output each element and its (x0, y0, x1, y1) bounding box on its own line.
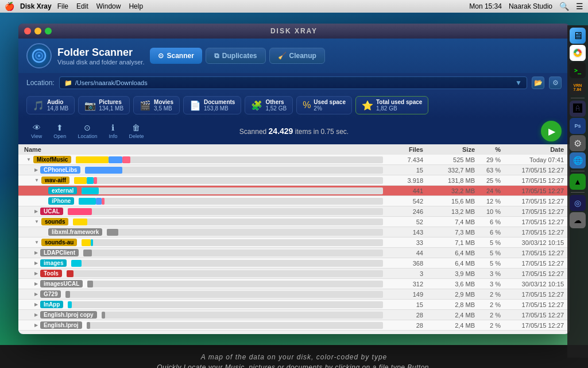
movies-stat[interactable]: 🎬 Movies 3,5 MB (133, 96, 180, 114)
total-stat[interactable]: ⭐ Total used space 1,82 GB (355, 96, 428, 114)
scanner-button[interactable]: ⊙ Scanner (150, 48, 202, 64)
menu-help[interactable]: Help (129, 2, 143, 10)
used-space-stat[interactable]: % Used space 2% (296, 96, 352, 114)
files-count: 368 (383, 260, 423, 267)
files-count: 246 (383, 208, 423, 215)
scanner-icon: ⊙ (158, 52, 164, 60)
file-bar-container (83, 250, 383, 256)
location-dropdown-arrow[interactable]: ▼ (515, 79, 522, 87)
app-store-icon[interactable]: 🅰 (570, 101, 586, 117)
scan-count: 24.429 (269, 126, 293, 136)
expand-arrow: ▶ (34, 209, 38, 214)
folder-label: external (48, 187, 77, 194)
table-row[interactable]: ▶ libxml.framework 143 7,3 MB 6 % 17/05/… (18, 227, 570, 237)
menu-edit[interactable]: Edit (76, 2, 88, 10)
folder-label: G729 (40, 290, 61, 298)
table-row[interactable]: ▶ Tools 3 3,9 MB 3 % 17/05/15 12:27 (18, 269, 570, 279)
list-icon[interactable]: ☰ (576, 2, 583, 11)
table-row[interactable]: ▶ UCAL 246 13,2 MB 10 % 17/05/15 12:27 (18, 206, 570, 217)
folder-label: sounds (41, 218, 69, 225)
location-path: /Users/naarak/Downloads (75, 79, 148, 86)
desktop: DISK XRAY Folder Scanner Visual disk and… (0, 13, 588, 345)
chrome-icon[interactable] (570, 45, 586, 61)
maximize-button[interactable] (45, 28, 52, 34)
table-row[interactable]: ▶ InApp 15 2,8 MB 2 % 17/05/15 12:27 (18, 300, 570, 310)
quicksilver-icon[interactable]: ◎ (570, 195, 586, 211)
drive-icon[interactable]: ▲ (570, 174, 586, 190)
table-row[interactable]: ▶ LDAPClient 44 6,4 MB 5 % 17/05/15 12:2… (18, 248, 570, 258)
table-row[interactable]: ▼ sounds 52 7,4 MB 6 % 17/05/15 12:27 (18, 217, 570, 227)
file-bar-container (76, 156, 383, 163)
audio-stat[interactable]: 🎵 Audio 14,8 MB (26, 96, 75, 114)
browse-button[interactable]: 📂 (532, 76, 544, 89)
file-bar-container (73, 218, 383, 225)
table-row[interactable]: ▶ G729 149 2,9 MB 2 % 17/05/15 12:27 (18, 289, 570, 300)
movies-label: Movies (154, 99, 173, 105)
files-count: 441 (383, 187, 423, 194)
stats-bar: 🎵 Audio 14,8 MB 📷 Pictures 134,1 MB 🎬 Mo… (18, 93, 570, 118)
play-button[interactable]: ▶ (541, 121, 562, 141)
table-row[interactable]: ▶ iPhone 542 15,6 MB 12 % 17/05/15 12:27 (18, 196, 570, 206)
file-name-cell: ▶ English.lproj (24, 321, 383, 329)
table-row[interactable]: ▶ English.lproj copy 28 2,4 MB 2 % 17/05… (18, 310, 570, 320)
file-pct: 5 % (475, 250, 501, 256)
delete-button[interactable]: 🗑 Delete (124, 121, 148, 141)
menu-file[interactable]: File (57, 2, 68, 10)
file-list-body[interactable]: ▼ MixofMusic 7.434 525 MB 29 % Today 07:… (18, 155, 570, 334)
table-row[interactable]: ▼ wav-aiff 3.918 131,8 MB 25 % 17/05/15 … (18, 175, 570, 186)
table-row[interactable]: ▶ images 368 6,4 MB 5 % 17/05/15 12:27 (18, 258, 570, 269)
table-row[interactable]: ▶ external 441 32,2 MB 24 % 17/05/15 12:… (18, 186, 570, 196)
table-row[interactable]: ▶ CPhoneLibs 15 332,7 MB 63 % 17/05/15 1… (18, 165, 570, 175)
cleanup-button[interactable]: 🧹 Cleanup (269, 48, 325, 64)
apple-menu[interactable]: 🍎 (5, 2, 14, 11)
menu-bar-right: Mon 15:34 Naarak Studio 🔍 ☰ (469, 2, 583, 11)
expand-arrow: ▶ (34, 260, 38, 266)
file-name-cell: ▶ G729 (24, 290, 383, 298)
table-row[interactable]: ▼ MixofMusic 7.434 525 MB 29 % Today 07:… (18, 155, 570, 165)
others-stat[interactable]: 🧩 Others 1,52 GB (245, 96, 293, 114)
location-button[interactable]: ⊙ Location (73, 121, 102, 141)
pictures-label: Pictures (99, 99, 123, 105)
table-row[interactable]: ▼ sounds-au 33 7,1 MB 5 % 30/03/12 10:15 (18, 237, 570, 248)
scan-status: Scanned 24.429 items in 0.75 sec. (239, 126, 349, 136)
terminal-icon[interactable]: >_ (570, 62, 586, 78)
file-date: 17/05/15 12:27 (501, 218, 564, 225)
menu-bar: 🍎 Disk Xray File Edit Window Help Mon 15… (0, 0, 588, 13)
files-count: 52 (383, 218, 423, 225)
photoshop-icon[interactable]: Ps (570, 118, 586, 134)
version-icon[interactable]: VRN7.84 (570, 79, 586, 95)
file-size: 3,9 MB (423, 270, 475, 277)
table-row[interactable]: ▶ English.lproj 28 2,4 MB 2 % 17/05/15 1… (18, 320, 570, 331)
header-size: Size (423, 146, 475, 153)
file-bar-container (87, 322, 383, 329)
others-label: Others (265, 99, 287, 105)
minimize-button[interactable] (34, 28, 41, 34)
others-text: Others 1,52 GB (265, 99, 287, 112)
location-input[interactable]: 📁 /Users/naarak/Downloads ▼ (59, 76, 527, 89)
pictures-stat[interactable]: 📷 Pictures 134,1 MB (78, 96, 130, 114)
documents-stat[interactable]: 📄 Documents 153,8 MB (183, 96, 241, 114)
menu-bar-time: Mon 15:34 (469, 2, 502, 10)
menu-window[interactable]: Window (96, 2, 121, 10)
info-button[interactable]: ℹ Info (104, 121, 122, 141)
audio-value: 14,8 MB (47, 105, 68, 112)
file-pct: 2 % (475, 312, 501, 319)
file-name-cell: ▶ English.lproj copy (24, 311, 383, 319)
table-row[interactable]: ▶ imagesUCAL 312 3,6 MB 3 % 30/03/12 10:… (18, 279, 570, 289)
view-button[interactable]: 👁 View (26, 121, 47, 141)
search-icon[interactable]: 🔍 (559, 2, 569, 11)
folder-label: wav-aiff (41, 177, 69, 184)
finder-icon[interactable]: 🖥 (570, 28, 586, 44)
duplicates-button[interactable]: ⧉ Duplicates (206, 48, 266, 64)
file-size: 2,4 MB (423, 322, 475, 329)
open-button[interactable]: ⬆ Open (49, 121, 71, 141)
star-icon: ⭐ (362, 100, 373, 111)
file-pct: 63 % (475, 167, 501, 174)
close-button[interactable] (24, 28, 31, 34)
misc-icon[interactable]: ☁ (570, 212, 586, 228)
settings-button[interactable]: ⚙ (549, 76, 562, 89)
network-icon[interactable]: 🌐 (570, 152, 586, 168)
expand-arrow: ▶ (34, 167, 38, 172)
settings-app-icon[interactable]: ⚙ (570, 135, 586, 151)
info-label: Info (109, 133, 117, 139)
